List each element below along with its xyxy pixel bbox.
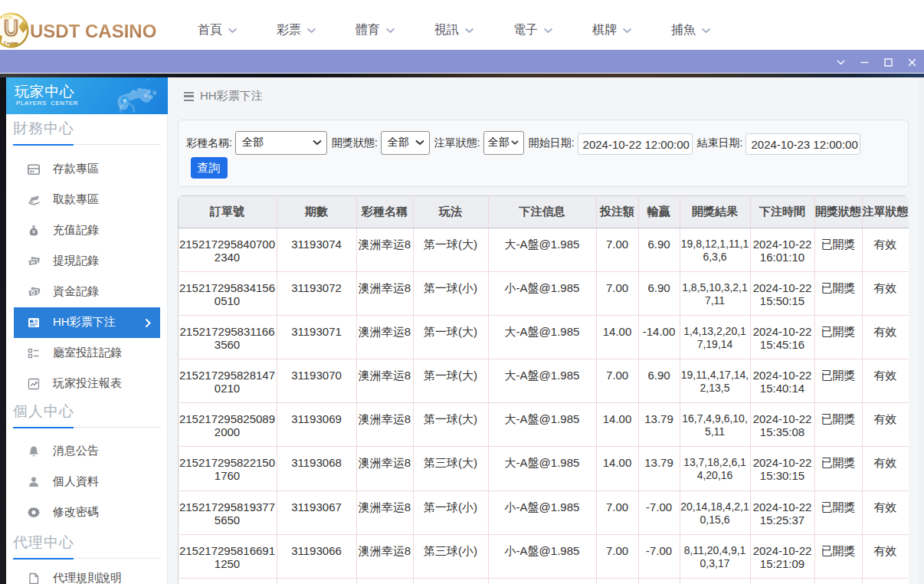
svg-text:Casino: Casino [3, 41, 18, 45]
svg-text:¥: ¥ [32, 229, 35, 235]
